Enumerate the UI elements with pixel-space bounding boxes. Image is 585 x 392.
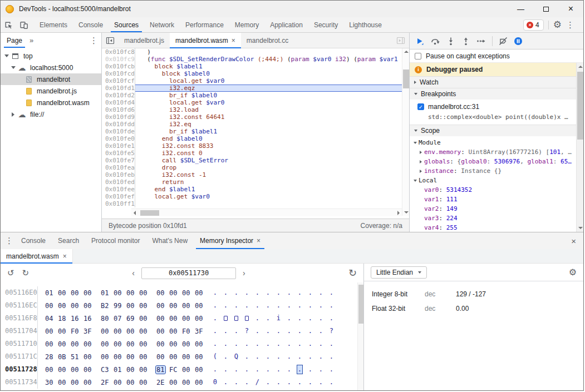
- ascii-char[interactable]: ?: [244, 327, 249, 335]
- ascii-char[interactable]: .: [276, 301, 281, 310]
- code-line-0x010fd1[interactable]: 0x010fd1 i32.eqz: [102, 85, 409, 92]
- ascii-char[interactable]: 0: [213, 378, 218, 386]
- code-line-0x010fe1[interactable]: 0x010fe1 i32.const 8833: [102, 142, 409, 150]
- ascii-char[interactable]: .: [308, 340, 313, 348]
- minimize-button[interactable]: —: [508, 1, 533, 17]
- hex-byte[interactable]: 00: [181, 340, 191, 348]
- ascii-char[interactable]: .: [213, 301, 218, 310]
- ascii-char[interactable]: i: [276, 314, 281, 322]
- memory-tab-mandelbrot-wasm[interactable]: mandelbrot.wasm ×: [1, 249, 73, 263]
- ascii-char[interactable]: .: [213, 340, 218, 348]
- ascii-char[interactable]: .: [297, 340, 302, 348]
- hex-byte[interactable]: 00: [194, 315, 204, 322]
- ascii-char[interactable]: .: [255, 301, 260, 310]
- hex-byte[interactable]: 00: [57, 302, 67, 310]
- ascii-char[interactable]: .: [329, 301, 334, 310]
- hex-byte[interactable]: 00: [83, 379, 92, 386]
- device-toolbar-button[interactable]: [16, 21, 32, 29]
- hex-byte[interactable]: 16: [70, 315, 80, 322]
- hex-byte[interactable]: 00: [83, 302, 92, 310]
- chevron-down-icon[interactable]: [9, 66, 17, 69]
- ascii-char[interactable]: .: [234, 340, 239, 348]
- editor-tab-mandelbrot-wasm[interactable]: mandelbrot.wasm×: [170, 33, 241, 48]
- hex-byte[interactable]: F0: [181, 328, 191, 335]
- ascii-char[interactable]: .: [266, 314, 271, 322]
- hex-byte[interactable]: 00: [100, 353, 110, 361]
- hex-byte[interactable]: 00: [194, 340, 204, 348]
- drawer-close-button[interactable]: ×: [571, 236, 583, 246]
- tab-lighthouse[interactable]: Lighthouse: [343, 17, 387, 32]
- drawer-tab-what-s-new[interactable]: What's New: [146, 232, 194, 249]
- ascii-char[interactable]: .: [266, 378, 271, 386]
- scroll-left-arrow[interactable]: [134, 211, 136, 215]
- maximize-button[interactable]: [533, 1, 558, 17]
- chevron-right-icon[interactable]: [417, 170, 424, 173]
- ascii-char[interactable]: .: [329, 314, 334, 322]
- ascii-char[interactable]: .: [287, 314, 292, 322]
- code-line-0x010fcb[interactable]: 0x010fcb block $label1: [102, 63, 409, 70]
- close-icon[interactable]: ×: [257, 237, 260, 244]
- tree-item-mandelbrot[interactable]: mandelbrot: [1, 73, 101, 85]
- error-badge[interactable]: × 4: [523, 19, 544, 31]
- ascii-char[interactable]: .: [287, 353, 292, 361]
- hex-byte[interactable]: 00: [181, 289, 191, 297]
- breakpoint-item[interactable]: ✓ mandelbrot.cc:31 std::complex<double> …: [410, 100, 583, 125]
- hex-byte[interactable]: 18: [57, 315, 67, 322]
- ascii-char[interactable]: .: [276, 340, 281, 348]
- more-tabs-button[interactable]: »: [28, 36, 35, 44]
- ascii-char[interactable]: .: [308, 301, 313, 310]
- ascii-char[interactable]: .: [276, 289, 281, 297]
- code-line-0x010ff1[interactable]: 0x010ff1: [102, 200, 409, 207]
- hex-byte[interactable]: 00: [156, 328, 165, 335]
- scroll-down-arrow[interactable]: [404, 211, 409, 214]
- ascii-char[interactable]: .: [234, 301, 239, 310]
- hex-byte[interactable]: 00: [139, 328, 148, 335]
- pause-on-exceptions-button[interactable]: [514, 37, 523, 46]
- hex-byte[interactable]: 00: [169, 328, 178, 335]
- hex-byte[interactable]: 69: [126, 315, 135, 322]
- ascii-char[interactable]: .: [223, 353, 228, 361]
- next-page-button[interactable]: ›: [243, 269, 245, 277]
- refresh-button[interactable]: ↻: [348, 268, 357, 278]
- ascii-char[interactable]: .: [223, 301, 228, 310]
- ascii-char[interactable]: .: [213, 327, 218, 335]
- code-line-0x010feb[interactable]: 0x010feb i32.const -1: [102, 171, 409, 178]
- ascii-char[interactable]: .: [266, 340, 271, 348]
- hex-byte[interactable]: 00: [181, 315, 191, 322]
- hex-byte[interactable]: 00: [57, 340, 67, 348]
- ascii-char[interactable]: .: [318, 314, 323, 322]
- hex-byte[interactable]: 00: [169, 315, 178, 322]
- breakpoint-location[interactable]: mandelbrot.cc:31: [428, 103, 479, 111]
- ascii-char[interactable]: .: [266, 365, 271, 374]
- hex-byte[interactable]: 00: [126, 353, 135, 361]
- sidebar-scroll-thumb[interactable]: [577, 72, 583, 140]
- editor-horizontal-scrollbar[interactable]: [131, 209, 402, 216]
- hex-scroll-thumb[interactable]: [358, 285, 363, 324]
- ascii-char[interactable]: .: [276, 365, 281, 374]
- hex-byte[interactable]: 00: [45, 302, 54, 310]
- vertical-scroll-thumb[interactable]: [403, 70, 409, 88]
- section-scope[interactable]: Scope: [410, 125, 583, 136]
- ascii-char[interactable]: .: [255, 314, 260, 322]
- code-line-0x010fde[interactable]: 0x010fde br_if $label1: [102, 128, 409, 135]
- hex-byte[interactable]: 80: [100, 315, 110, 322]
- endianness-select[interactable]: Little Endian: [371, 266, 427, 279]
- ascii-char[interactable]: .: [308, 327, 313, 335]
- previous-page-button[interactable]: ‹: [132, 269, 135, 277]
- ascii-char[interactable]: .: [308, 365, 313, 374]
- sidebar-scrollbar[interactable]: [576, 63, 583, 232]
- ascii-char[interactable]: .: [255, 353, 260, 361]
- code-line-0x010fe5[interactable]: 0x010fe5 i32.const 0: [102, 150, 409, 157]
- code-line-0x010fed[interactable]: 0x010fed return: [102, 178, 409, 186]
- hex-byte[interactable]: 00: [70, 302, 80, 310]
- hex-byte[interactable]: 00: [83, 353, 92, 361]
- scroll-right-arrow[interactable]: [397, 211, 400, 215]
- value-format-select[interactable]: dec: [425, 290, 451, 298]
- horizontal-scroll-thumb[interactable]: [140, 210, 159, 216]
- hex-byte[interactable]: 00: [45, 366, 54, 374]
- hex-byte[interactable]: 00: [57, 328, 67, 335]
- hex-byte[interactable]: 00: [156, 289, 165, 297]
- ascii-char[interactable]: .: [297, 301, 302, 310]
- ascii-char[interactable]: .: [308, 353, 313, 361]
- navigator-menu-button[interactable]: ⋮: [85, 36, 101, 46]
